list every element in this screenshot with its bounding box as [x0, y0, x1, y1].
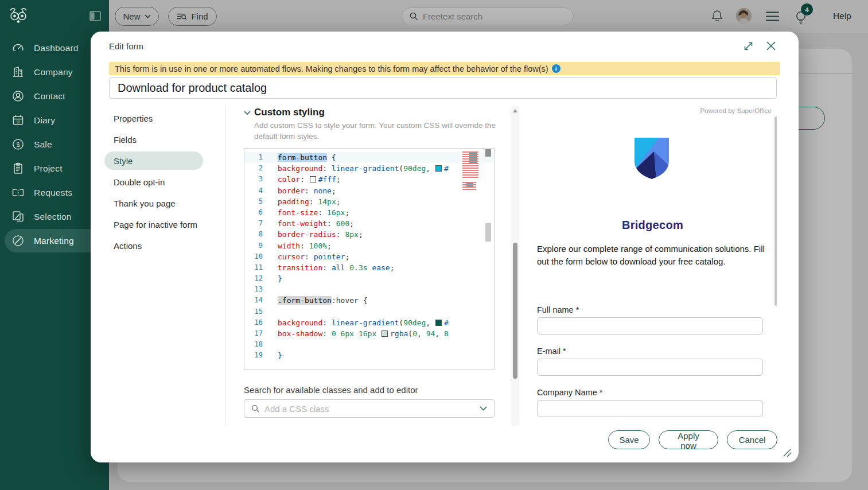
line-number: 13 — [244, 284, 278, 295]
code-line-10[interactable]: 10cursor: pointer; — [244, 251, 494, 262]
editor-scrollbar[interactable] — [485, 149, 492, 370]
info-icon[interactable]: i — [552, 64, 560, 73]
sidebar-item-label: Company — [34, 67, 73, 77]
modal-nav-properties[interactable]: Properties — [104, 109, 203, 127]
code-text: background: linear-gradient(90deg, # — [278, 317, 449, 328]
form-preview-panel: Powered by SuperOffice Bridgecom Explore… — [528, 106, 777, 426]
brand-name: Bridgecom — [528, 219, 777, 232]
code-text: form-button { — [278, 152, 336, 163]
code-line-2[interactable]: 2background: linear-gradient(90deg, # — [244, 163, 494, 174]
svg-text:$: $ — [16, 141, 20, 147]
line-number: 12 — [244, 273, 278, 284]
code-line-18[interactable]: 18 — [244, 339, 494, 350]
preview-field-input[interactable] — [537, 400, 763, 417]
section-heading: Custom styling — [254, 107, 325, 118]
line-number: 7 — [244, 218, 278, 229]
line-number: 15 — [244, 306, 278, 317]
line-number: 9 — [244, 240, 278, 251]
preview-field-input[interactable] — [537, 359, 763, 376]
css-class-input[interactable] — [264, 404, 475, 414]
modal-nav-page-for-inactive-form[interactable]: Page for inactive form — [104, 215, 203, 234]
code-line-14[interactable]: 14.form-button:hover { — [244, 295, 494, 306]
code-text: box-shadow: 0 6px 16px rgba(0, 94, 8 — [278, 328, 449, 339]
preview-field-label: Company Name * — [537, 388, 602, 397]
code-line-11[interactable]: 11transition: all 0.3s ease; — [244, 262, 494, 273]
chevron-down-icon[interactable] — [480, 406, 487, 411]
code-line-12[interactable]: 12} — [244, 273, 494, 284]
line-number: 18 — [244, 339, 278, 350]
sidebar-item-label: Requests — [34, 188, 72, 198]
modal-title: Edit form — [109, 41, 143, 51]
code-line-17[interactable]: 17box-shadow: 0 6px 16px rgba(0, 94, 8 — [244, 328, 494, 339]
collapse-sidebar-icon[interactable] — [89, 11, 101, 21]
code-text: } — [278, 350, 282, 361]
app-root: New Find Freetext search 4 Help — [0, 0, 868, 490]
color-swatch[interactable] — [382, 330, 388, 337]
color-swatch[interactable] — [310, 176, 316, 182]
sidebar-item-label: Diary — [34, 115, 55, 126]
modal-nav-actions[interactable]: Actions — [104, 236, 203, 255]
line-number: 10 — [244, 251, 278, 262]
code-line-16[interactable]: 16background: linear-gradient(90deg, # — [244, 317, 494, 328]
section-description: Add custom CSS to style your form. Your … — [254, 120, 501, 142]
line-number: 6 — [244, 207, 278, 218]
preview-scrollbar[interactable] — [774, 116, 777, 306]
preview-intro-text: Explore our complete range of communicat… — [537, 243, 769, 267]
editor-minimap[interactable] — [462, 150, 481, 200]
line-number: 4 — [244, 185, 278, 196]
line-number: 8 — [244, 229, 278, 240]
code-line-8[interactable]: 8border-radius: 8px; — [244, 229, 494, 240]
css-code-editor[interactable]: 1form-button {2background: linear-gradie… — [244, 148, 495, 370]
form-name-input[interactable] — [109, 77, 777, 99]
preview-field-input[interactable] — [537, 317, 763, 335]
code-text: font-size: 16px; — [278, 207, 349, 218]
dashboard-icon — [11, 41, 25, 55]
code-line-9[interactable]: 9width: 100%; — [244, 240, 494, 251]
marketing-icon — [11, 234, 25, 248]
cancel-button[interactable]: Cancel — [727, 430, 777, 449]
modal-nav-fields[interactable]: Fields — [104, 130, 203, 149]
code-line-3[interactable]: 3color: #fff; — [244, 174, 494, 185]
color-swatch[interactable] — [435, 165, 442, 172]
code-line-5[interactable]: 5padding: 14px; — [244, 196, 494, 207]
modal-nav-thank-you-page[interactable]: Thank you page — [104, 194, 203, 212]
class-search-label: Search for available classes and add to … — [244, 385, 418, 395]
selection-icon — [11, 210, 25, 224]
diary-icon: 10 — [11, 114, 25, 127]
contact-icon — [11, 90, 25, 103]
modal-nav-double-opt-in[interactable]: Double opt-in — [104, 173, 203, 191]
code-text: border: none; — [278, 185, 336, 196]
code-text: } — [278, 273, 282, 284]
apply-now-button[interactable]: Apply now — [659, 430, 718, 449]
sidebar-item-label: Marketing — [34, 236, 74, 246]
resize-handle[interactable] — [782, 448, 792, 457]
company-icon — [11, 65, 25, 79]
scroll-up-arrow[interactable] — [513, 109, 517, 112]
close-icon[interactable] — [765, 40, 777, 52]
save-button[interactable]: Save — [608, 430, 650, 449]
code-text: .form-button:hover { — [278, 295, 368, 306]
code-line-4[interactable]: 4border: none; — [244, 185, 494, 196]
content-scrollbar[interactable] — [511, 106, 519, 426]
flow-warning-banner: This form is in use in one or more autom… — [109, 62, 780, 75]
powered-by-label: Powered by SuperOffice — [700, 107, 772, 114]
line-number: 17 — [244, 328, 278, 339]
code-text: transition: all 0.3s ease; — [278, 262, 395, 273]
code-line-6[interactable]: 6font-size: 16px; — [244, 207, 494, 218]
code-line-19[interactable]: 19} — [244, 350, 494, 361]
scroll-thumb[interactable] — [513, 243, 517, 379]
code-line-15[interactable]: 15 — [244, 306, 494, 317]
code-text: background: linear-gradient(90deg, # — [278, 163, 449, 174]
code-line-1[interactable]: 1form-button { — [244, 152, 494, 163]
preview-field-label: Full name * — [537, 305, 579, 314]
bridgecom-logo — [633, 137, 670, 180]
modal-nav-style[interactable]: Style — [104, 151, 203, 170]
color-swatch[interactable] — [435, 320, 442, 326]
collapse-section-icon[interactable] — [244, 111, 251, 115]
code-line-13[interactable]: 13 — [244, 284, 494, 295]
css-class-dropdown[interactable] — [244, 399, 495, 418]
code-line-7[interactable]: 7font-weight: 600; — [244, 218, 494, 229]
search-icon — [251, 405, 260, 413]
expand-icon[interactable] — [743, 41, 754, 52]
sidebar-item-label: Dashboard — [34, 43, 79, 53]
